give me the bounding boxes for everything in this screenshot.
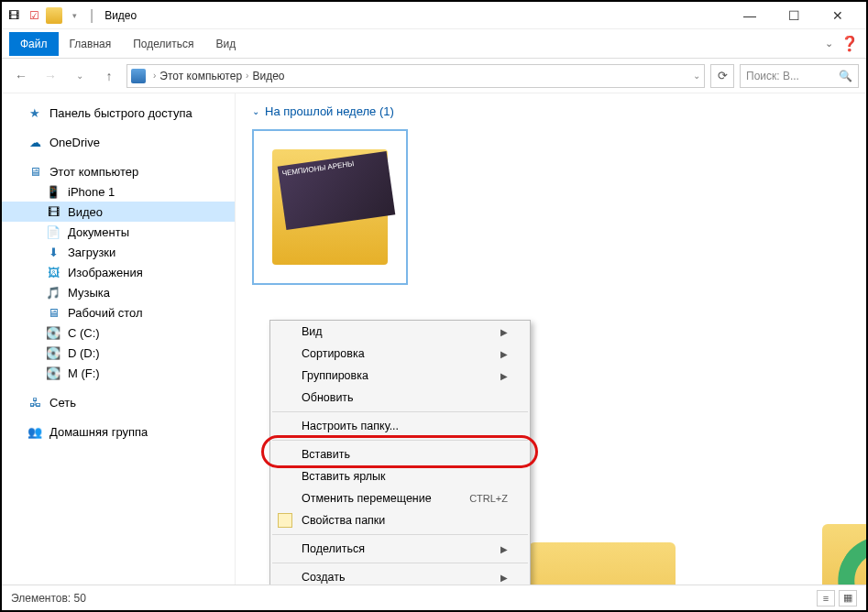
nav-label: Загрузки (68, 246, 115, 259)
nav-item-music[interactable]: 🎵Музыка (2, 282, 235, 302)
drive-icon: 💽 (46, 325, 60, 340)
breadcrumb-item[interactable]: Видео (252, 70, 284, 82)
ribbon-tab-home[interactable]: Главная (59, 32, 123, 56)
status-item-count: Элементов: 50 (11, 592, 86, 605)
nav-item-pictures[interactable]: 🖼Изображения (2, 262, 235, 282)
cm-label: Сортировка (302, 347, 365, 360)
onedrive-icon: ☁ (27, 135, 42, 149)
ribbon-tab-share[interactable]: Поделиться (122, 32, 204, 56)
cm-new[interactable]: Создать▶ (270, 566, 530, 585)
search-icon: 🔍 (839, 70, 852, 82)
ribbon-tab-file[interactable]: Файл (9, 32, 59, 56)
cm-label: Вид (302, 325, 323, 338)
nav-label: OneDrive (49, 136, 100, 149)
properties-qat-icon[interactable]: ☑ (26, 7, 42, 24)
chevron-right-icon[interactable]: › (153, 71, 156, 81)
nav-item-iphone[interactable]: 📱iPhone 1 (2, 181, 235, 202)
nav-quick-access[interactable]: ★ Панель быстрого доступа (2, 103, 235, 123)
nav-label: Этот компьютер (49, 165, 138, 179)
chevron-right-icon: ▶ (500, 327, 508, 337)
chevron-right-icon: ▶ (500, 349, 508, 359)
this-pc-icon: 🖥 (27, 164, 42, 179)
shortcut-text: CTRL+Z (469, 493, 508, 504)
explorer-window: 🎞 ☑ ▾ | Видео — ☐ ✕ Файл Главная Поделит… (0, 0, 868, 612)
cm-paste-shortcut[interactable]: Вставить ярлык (270, 465, 530, 487)
chevron-right-icon[interactable]: › (246, 71, 248, 81)
help-icon[interactable]: ❓ (841, 35, 859, 52)
folder-icon (46, 7, 62, 24)
breadcrumb[interactable]: › Этот компьютер › Видео ⌄ (126, 64, 705, 88)
details-view-button[interactable]: ≡ (817, 590, 835, 607)
drive-icon: 💽 (46, 345, 60, 360)
quick-access-toolbar: 🎞 ☑ ▾ | Видео (5, 7, 137, 24)
maximize-button[interactable]: ☐ (780, 8, 808, 23)
network-icon: 🖧 (27, 395, 42, 410)
address-bar-row: ← → ⌄ ↑ › Этот компьютер › Видео ⌄ ⟳ Пои… (2, 59, 866, 93)
nav-item-documents[interactable]: 📄Документы (2, 222, 235, 242)
forward-button[interactable]: → (38, 64, 62, 88)
cm-label: Настроить папку... (302, 420, 399, 432)
window-title: Видео (104, 9, 137, 22)
recent-dropdown-icon[interactable]: ⌄ (68, 64, 92, 88)
back-button[interactable]: ← (9, 64, 33, 88)
cm-customize-folder[interactable]: Настроить папку... (270, 415, 530, 437)
nav-item-drive-m[interactable]: 💽M (F:) (2, 363, 235, 383)
nav-this-pc[interactable]: 🖥 Этот компьютер (2, 161, 235, 181)
group-header[interactable]: ⌄ На прошлой неделе (1) (252, 104, 850, 118)
title-bar: 🎞 ☑ ▾ | Видео — ☐ ✕ (2, 2, 866, 29)
this-pc-icon (131, 69, 146, 83)
cm-share[interactable]: Поделиться▶ (270, 538, 530, 560)
nav-network[interactable]: 🖧Сеть (2, 392, 235, 412)
minimize-button[interactable]: — (736, 8, 764, 23)
ribbon-tab-view[interactable]: Вид (204, 32, 247, 56)
cm-folder-properties[interactable]: Свойства папки (270, 509, 530, 531)
breadcrumb-dropdown-icon[interactable]: ⌄ (693, 71, 700, 81)
cm-view[interactable]: Вид▶ (270, 321, 530, 343)
nav-homegroup[interactable]: 👥Домашняя группа (2, 421, 235, 442)
cm-paste[interactable]: Вставить (270, 443, 530, 465)
ribbon-expand-icon[interactable]: ⌄ (825, 38, 833, 49)
documents-icon: 📄 (46, 224, 60, 239)
thumbnails-view-button[interactable]: ▦ (839, 590, 857, 607)
refresh-button[interactable]: ⟳ (710, 64, 734, 88)
cm-sort[interactable]: Сортировка▶ (270, 343, 530, 365)
nav-label: M (F:) (68, 366, 100, 380)
cm-group[interactable]: Группировка▶ (270, 365, 530, 387)
cm-label: Вставить (302, 448, 350, 461)
nav-label: D (D:) (68, 346, 100, 360)
ribbon: Файл Главная Поделиться Вид ⌄ ❓ (2, 29, 866, 59)
close-button[interactable]: ✕ (824, 8, 852, 23)
qat-dropdown-icon[interactable]: ▾ (66, 7, 82, 24)
cm-refresh[interactable]: Обновить (270, 387, 530, 409)
folder-thumbnail[interactable] (822, 524, 866, 585)
cm-label: Группировка (302, 369, 368, 382)
nav-label: Рабочий стол (68, 306, 143, 320)
group-header-label: На прошлой неделе (1) (265, 104, 394, 118)
nav-item-downloads[interactable]: ⬇Загрузки (2, 242, 235, 262)
chevron-right-icon: ▶ (500, 544, 508, 554)
status-bar: Элементов: 50 ≡ ▦ (2, 585, 866, 610)
drive-icon: 💽 (46, 366, 60, 380)
up-button[interactable]: ↑ (97, 64, 121, 88)
downloads-icon: ⬇ (46, 245, 60, 259)
nav-item-drive-c[interactable]: 💽C (C:) (2, 322, 235, 343)
pictures-icon: 🖼 (46, 265, 60, 279)
nav-label: Изображения (68, 266, 143, 279)
nav-item-videos[interactable]: 🎞Видео (2, 202, 235, 222)
folder-properties-icon (278, 513, 292, 528)
cm-undo-move[interactable]: Отменить перемещениеCTRL+Z (270, 487, 530, 509)
folder-thumbnail[interactable]: ЧЕМПИОНЫ АРЕНЫ (252, 129, 408, 285)
chevron-down-icon[interactable]: ⌄ (252, 106, 259, 116)
search-input[interactable]: Поиск: В... 🔍 (740, 64, 859, 88)
cm-label: Вставить ярлык (302, 470, 386, 483)
nav-item-drive-d[interactable]: 💽D (D:) (2, 343, 235, 363)
context-menu: Вид▶ Сортировка▶ Группировка▶ Обновить Н… (269, 320, 531, 585)
nav-label: Сеть (49, 396, 76, 410)
cm-label: Отменить перемещение (302, 492, 432, 505)
music-icon: 🎵 (46, 285, 60, 300)
nav-item-desktop[interactable]: 🖥Рабочий стол (2, 302, 235, 322)
menu-separator (272, 411, 528, 412)
breadcrumb-item[interactable]: Этот компьютер (159, 70, 242, 82)
nav-onedrive[interactable]: ☁ OneDrive (2, 132, 235, 152)
folder-thumbnail[interactable] (529, 542, 676, 585)
